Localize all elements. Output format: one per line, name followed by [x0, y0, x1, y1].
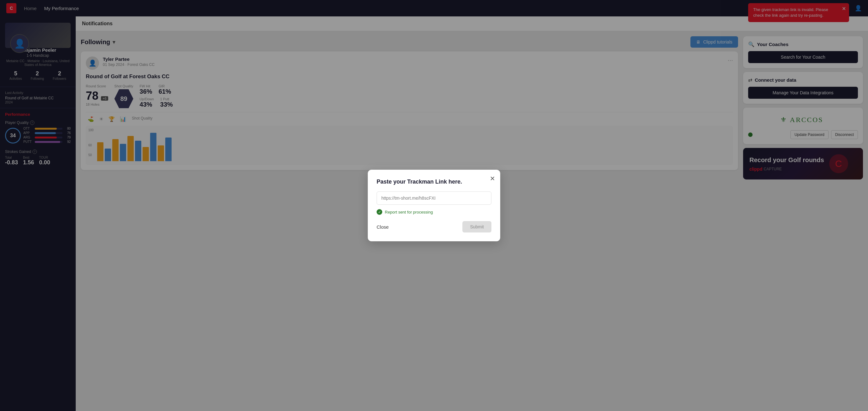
modal-title: Paste your Trackman Link here.: [377, 179, 491, 185]
modal-overlay[interactable]: ✕ Paste your Trackman Link here. ✓ Repor…: [0, 0, 868, 411]
success-text: Report sent for processing: [385, 210, 433, 215]
success-icon: ✓: [377, 209, 382, 215]
modal-submit-button[interactable]: Submit: [462, 221, 491, 232]
modal-actions: Close Submit: [377, 221, 491, 232]
trackman-link-input[interactable]: [377, 191, 491, 205]
modal-close-label-button[interactable]: Close: [377, 224, 389, 230]
modal-success-message: ✓ Report sent for processing: [377, 209, 491, 215]
modal-close-button[interactable]: ✕: [490, 175, 495, 182]
trackman-modal: ✕ Paste your Trackman Link here. ✓ Repor…: [368, 170, 500, 241]
